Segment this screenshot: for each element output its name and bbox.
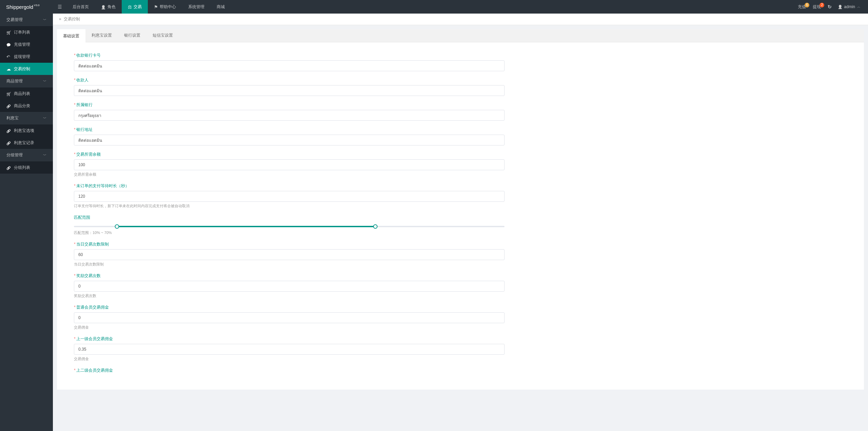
input-normal-comm[interactable] [74,312,505,323]
nav-item-label: 商城 [217,4,225,10]
input-balance[interactable] [74,159,505,170]
label-balance: *交易所需余额 [74,152,505,157]
breadcrumb-current: 交易控制 [64,17,80,21]
sidebar-item-label: 订单列表 [14,30,30,35]
user-name: admin [844,4,855,9]
required-mark: * [74,273,76,278]
input-reward-times[interactable] [74,281,505,292]
label-normal-comm: *普通会员交易佣金 [74,305,505,310]
nav-help[interactable]: 帮助中心 [148,0,182,14]
label-text: 所属银行 [76,102,93,107]
withdraw-link[interactable]: 提现 2 [809,4,824,10]
form: *收款银行卡号 *收款人 *所属银行 *银行地址 *交易所需余额 [57,42,521,390]
tab-basic[interactable]: 基础设置 [57,29,85,42]
slider-handle-min[interactable] [115,224,119,229]
field-lvl1-comm: *上一级会员交易佣金 交易佣金 [74,336,505,361]
sidebar-item-group-list[interactable]: 分组列表 [0,161,53,174]
input-pay-wait[interactable] [74,191,505,202]
link-icon [6,103,11,109]
label-lvl1-comm: *上一级会员交易佣金 [74,336,505,342]
sidebar-group-label: 分组管理 [6,152,23,158]
speech-icon [6,42,11,47]
refresh-icon [828,4,832,9]
sidebar-item-interest-options[interactable]: 利息宝选项 [0,124,53,137]
label-pay-wait: *未订单的支付等待时长（秒） [74,183,505,189]
label-text: 收款银行卡号 [76,53,101,58]
label-text: 普通会员交易佣金 [76,305,109,310]
sidebar-group-groups[interactable]: 分组管理﹀ [0,149,53,161]
input-daily-limit[interactable] [74,249,505,260]
nav-system[interactable]: 系统管理 [182,0,211,14]
back-icon [6,54,11,59]
tab-label: 利息宝设置 [92,33,112,38]
chevron-down-icon: ﹀ [43,116,46,121]
help-reward-times: 奖励交易次数 [74,293,505,298]
tab-bank[interactable]: 银行设置 [118,29,146,42]
user-menu[interactable]: admin ︿ [835,4,863,9]
cloud-icon [6,66,11,72]
label-range: 匹配范围 [74,215,505,220]
nav-item-label: 系统管理 [188,4,204,10]
sidebar-item-withdraw[interactable]: 提现管理 [0,51,53,63]
input-bank-card[interactable] [74,60,505,71]
required-mark: * [74,53,76,58]
label-text: 奖励交易次数 [76,273,101,278]
field-normal-comm: *普通会员交易佣金 交易佣金 [74,305,505,330]
label-bank-card: *收款银行卡号 [74,53,505,58]
nav-dashboard[interactable]: 后台首页 [66,0,95,14]
input-bank-addr[interactable] [74,135,505,145]
help-daily-limit: 当日交易次数限制 [74,262,505,267]
sidebar-group-interest[interactable]: 利息宝﹀ [0,112,53,124]
sidebar: 交易管理﹀ 订单列表 充值管理 提现管理 交易控制 商品管理﹀ 商品列表 商品分… [0,14,53,394]
tab-label: 银行设置 [124,33,140,38]
tab-label: 基础设置 [63,34,79,38]
sidebar-item-label: 充值管理 [14,42,30,47]
recharge-link[interactable]: 充值 6 [794,4,809,10]
nav-shop[interactable]: 商城 [211,0,231,14]
sidebar-item-orders[interactable]: 订单列表 [0,26,53,38]
sidebar-item-label: 商品分类 [14,103,30,109]
label-bank-name: *所属银行 [74,102,505,108]
brand-logo: Shippergold V3.0 [0,4,53,10]
tab-sms[interactable]: 短信宝设置 [146,29,179,42]
main-area: » 交易控制 基础设置 利息宝设置 银行设置 短信宝设置 *收款银行卡号 *收款… [53,14,868,394]
sidebar-toggle-button[interactable] [53,4,66,9]
content: 基础设置 利息宝设置 银行设置 短信宝设置 *收款银行卡号 *收款人 *所属银行 [53,25,868,394]
help-normal-comm: 交易佣金 [74,325,505,330]
nav-roles[interactable]: 角色 [95,0,122,14]
chevron-down-icon: ﹀ [43,153,46,158]
label-text: 上一级会员交易佣金 [76,336,113,341]
sidebar-item-product-list[interactable]: 商品列表 [0,87,53,100]
sidebar-item-label: 交易控制 [14,66,30,72]
sidebar-item-product-cat[interactable]: 商品分类 [0,100,53,112]
slider-handle-max[interactable] [373,224,378,229]
range-slider[interactable] [74,222,505,229]
slider-fill [117,226,375,227]
panel: 基础设置 利息宝设置 银行设置 短信宝设置 *收款银行卡号 *收款人 *所属银行 [57,29,864,390]
nav-trade[interactable]: 交易 [122,0,148,14]
link-icon [6,165,11,170]
field-reward-times: *奖励交易次数 奖励交易次数 [74,273,505,298]
brand-name: Shippergold [6,4,33,10]
tab-interest[interactable]: 利息宝设置 [85,29,118,42]
sidebar-group-product[interactable]: 商品管理﹀ [0,75,53,87]
sidebar-group-label: 利息宝 [6,115,19,121]
label-text: 当日交易次数限制 [76,242,109,247]
field-range: 匹配范围 匹配范围：10% ~ 70% [74,215,505,235]
sidebar-item-interest-records[interactable]: 利息宝记录 [0,137,53,149]
tabs: 基础设置 利息宝设置 银行设置 短信宝设置 [57,29,864,42]
required-mark: * [74,127,76,132]
required-mark: * [74,183,76,188]
input-payee[interactable] [74,85,505,96]
field-daily-limit: *当日交易次数限制 当日交易次数限制 [74,241,505,267]
sidebar-item-recharge[interactable]: 充值管理 [0,38,53,51]
input-bank-name[interactable] [74,110,505,121]
input-lvl1-comm[interactable] [74,344,505,355]
sidebar-group-trade[interactable]: 交易管理﹀ [0,14,53,26]
user-icon [101,4,106,9]
sidebar-item-trade-control[interactable]: 交易控制 [0,63,53,75]
sidebar-item-label: 利息宝选项 [14,128,34,134]
refresh-button[interactable] [824,4,835,9]
sidebar-item-label: 提现管理 [14,54,30,60]
sidebar-item-label: 利息宝记录 [14,140,34,146]
